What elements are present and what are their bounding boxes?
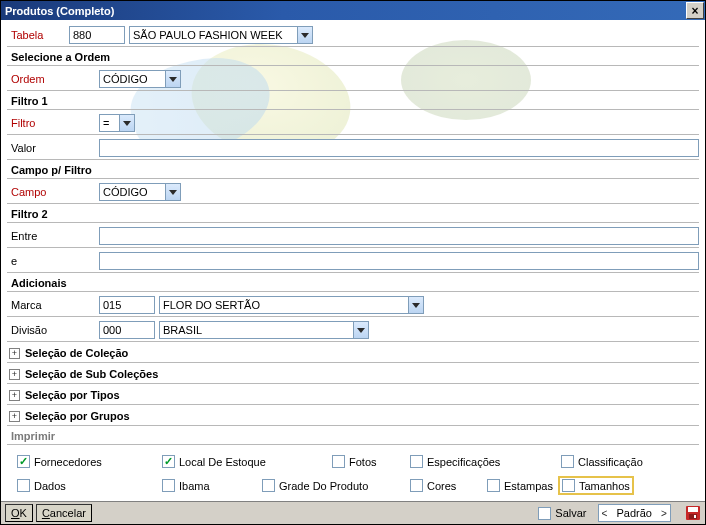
tabela-label: Tabela	[7, 29, 65, 41]
close-icon[interactable]: ×	[686, 2, 704, 19]
cancelar-button[interactable]: Cancelar	[36, 504, 92, 522]
entre-input[interactable]	[99, 227, 699, 245]
checkbox-especificacoes[interactable]: Especificações	[410, 455, 500, 468]
plus-icon[interactable]: +	[9, 390, 20, 401]
chevron-right-icon[interactable]: >	[658, 508, 670, 519]
campo-label: Campo	[7, 186, 65, 198]
window: Produtos (Completo) × Tabela SÃO PAULO F…	[0, 0, 706, 525]
checkbox-label: Grade Do Produto	[279, 480, 368, 492]
chevron-down-icon[interactable]	[119, 115, 134, 131]
checkbox-grade-produto[interactable]: Grade Do Produto	[262, 479, 368, 492]
section-filtro2: Filtro 2	[7, 206, 699, 222]
section-filtro1: Filtro 1	[7, 93, 699, 109]
checkbox-dados[interactable]: Dados	[17, 479, 66, 492]
filtro-label: Filtro	[7, 117, 65, 129]
plus-icon[interactable]: +	[9, 369, 20, 380]
checkbox-label: Local De Estoque	[179, 456, 266, 468]
divisao-code-input[interactable]	[99, 321, 155, 339]
section-campo-filtro: Campo p/ Filtro	[7, 162, 699, 178]
plus-icon[interactable]: +	[9, 348, 20, 359]
entre-label: Entre	[7, 230, 65, 242]
checkbox-label: Estampas	[504, 480, 553, 492]
salvar-toggle[interactable]: Salvar	[530, 507, 594, 520]
valor-label: Valor	[7, 142, 65, 154]
divisao-label: Divisão	[7, 324, 65, 336]
campo-value: CÓDIGO	[100, 184, 165, 200]
padrao-value: Padrão	[611, 507, 658, 519]
svg-rect-3	[694, 515, 696, 518]
marca-label: Marca	[7, 299, 65, 311]
chevron-down-icon[interactable]	[165, 184, 180, 200]
campo-select[interactable]: CÓDIGO	[99, 183, 181, 201]
checkbox-cores[interactable]: Cores	[410, 479, 456, 492]
svg-rect-1	[688, 507, 698, 512]
tabela-name-select[interactable]: SÃO PAULO FASHION WEEK	[129, 26, 313, 44]
checkbox-label: Especificações	[427, 456, 500, 468]
ok-button[interactable]: OK	[5, 504, 33, 522]
marca-name-value: FLOR DO SERTÃO	[160, 297, 408, 313]
chevron-down-icon[interactable]	[297, 27, 312, 43]
checkbox-label: Ibama	[179, 480, 210, 492]
expander-tipos[interactable]: + Seleção por Tipos	[7, 386, 699, 404]
expander-subcolecoes[interactable]: + Seleção de Sub Coleções	[7, 365, 699, 383]
window-title: Produtos (Completo)	[5, 5, 114, 17]
marca-code-input[interactable]	[99, 296, 155, 314]
checkbox-label: Fotos	[349, 456, 377, 468]
footer-bar: OK Cancelar Salvar < Padrão >	[1, 501, 705, 524]
checkbox-ibama[interactable]: Ibama	[162, 479, 210, 492]
marca-name-select[interactable]: FLOR DO SERTÃO	[159, 296, 424, 314]
section-imprimir: Imprimir	[7, 428, 699, 444]
titlebar: Produtos (Completo) ×	[1, 1, 705, 20]
ordem-value: CÓDIGO	[100, 71, 165, 87]
divisao-name-select[interactable]: BRASIL	[159, 321, 369, 339]
chevron-left-icon[interactable]: <	[599, 508, 611, 519]
checkbox-tamanhos[interactable]: Tamanhos	[558, 476, 634, 495]
save-icon[interactable]	[685, 505, 701, 521]
valor-input[interactable]	[99, 139, 699, 157]
chevron-down-icon[interactable]	[353, 322, 368, 338]
checkbox-classificacao[interactable]: Classificação	[561, 455, 643, 468]
expander-grupos-label: Seleção por Grupos	[25, 410, 130, 422]
padrao-selector[interactable]: < Padrão >	[598, 504, 671, 522]
plus-icon[interactable]: +	[9, 411, 20, 422]
e-input[interactable]	[99, 252, 699, 270]
checkbox-fornecedores[interactable]: ✓ Fornecedores	[17, 455, 102, 468]
checkbox-icon[interactable]	[538, 507, 551, 520]
tabela-code-input[interactable]	[69, 26, 125, 44]
imprimir-panel: ✓ Fornecedores ✓ Local De Estoque Fotos …	[7, 447, 699, 501]
divisao-name-value: BRASIL	[160, 322, 353, 338]
expander-subcolecoes-label: Seleção de Sub Coleções	[25, 368, 158, 380]
expander-grupos[interactable]: + Seleção por Grupos	[7, 407, 699, 425]
checkbox-label: Tamanhos	[579, 480, 630, 492]
ordem-select[interactable]: CÓDIGO	[99, 70, 181, 88]
body: Tabela SÃO PAULO FASHION WEEK Selecione …	[1, 20, 705, 501]
e-label: e	[7, 255, 65, 267]
expander-colecao-label: Seleção de Coleção	[25, 347, 128, 359]
checkbox-estampas[interactable]: Estampas	[487, 479, 553, 492]
expander-tipos-label: Seleção por Tipos	[25, 389, 120, 401]
filtro-operator-select[interactable]: =	[99, 114, 135, 132]
tabela-name-value: SÃO PAULO FASHION WEEK	[130, 27, 297, 43]
checkbox-label: Classificação	[578, 456, 643, 468]
chevron-down-icon[interactable]	[408, 297, 423, 313]
chevron-down-icon[interactable]	[165, 71, 180, 87]
checkbox-label: Dados	[34, 480, 66, 492]
expander-colecao[interactable]: + Seleção de Coleção	[7, 344, 699, 362]
section-selecione-ordem: Selecione a Ordem	[7, 49, 699, 65]
filtro-operator-value: =	[100, 115, 119, 131]
ordem-label: Ordem	[7, 73, 65, 85]
checkbox-label: Fornecedores	[34, 456, 102, 468]
checkbox-label: Cores	[427, 480, 456, 492]
section-adicionais: Adicionais	[7, 275, 699, 291]
checkbox-fotos[interactable]: Fotos	[332, 455, 377, 468]
checkbox-local-estoque[interactable]: ✓ Local De Estoque	[162, 455, 266, 468]
